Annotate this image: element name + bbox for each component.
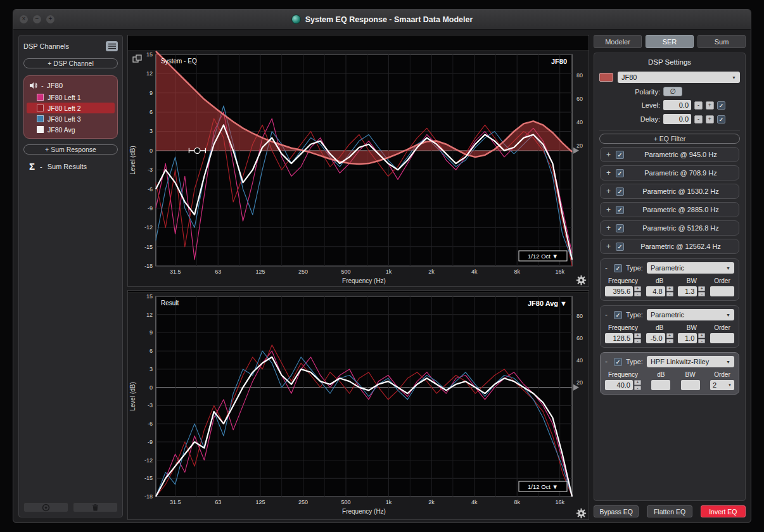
collapse-filter-toggle[interactable]: - [605, 263, 610, 272]
level-enabled-checkbox[interactable]: ✓ [717, 101, 725, 110]
system-eq-chart[interactable]: 15129630-3-6-9-12-15-1831.5631252505001k… [128, 51, 589, 289]
channel-select-dropdown[interactable]: JF80 ▼ [618, 72, 740, 83]
frequency-stepper[interactable]: +- [634, 286, 641, 296]
delete-channel-button[interactable] [73, 502, 118, 512]
title-bar[interactable]: × − + System EQ Response - Smaart Data M… [13, 10, 751, 30]
bandwidth-input[interactable]: 1.3 [678, 286, 697, 296]
frequency-stepper[interactable]: +- [634, 380, 641, 390]
filter-enabled-checkbox[interactable]: ✓ [616, 206, 624, 214]
hamburger-icon [108, 43, 116, 49]
filter-row-12562[interactable]: + ✓ Parametric @ 12562.4 Hz [600, 239, 739, 254]
invert-eq-button[interactable]: Invert EQ [701, 505, 746, 517]
collapse-filter-toggle[interactable]: - [605, 310, 610, 319]
chart-legend[interactable]: JF80 Avg ▼ [528, 300, 567, 307]
filter-type-dropdown[interactable]: Parametric ▼ [647, 309, 734, 320]
system-eq-chart-panel: 15129630-3-6-9-12-15-1831.5631252505001k… [127, 35, 589, 287]
filter-row-2885[interactable]: + ✓ Parametric @ 2885.0 Hz [600, 202, 739, 217]
level-increment-button[interactable]: + [706, 101, 714, 110]
filter-enabled-checkbox[interactable]: ✓ [614, 311, 622, 319]
expand-filter-toggle[interactable]: + [606, 168, 611, 177]
tab-modeler[interactable]: Modeler [594, 35, 642, 48]
filter-card-parametric-128[interactable]: - ✓ Type: Parametric ▼ Frequency 128.5 [600, 305, 739, 348]
level-decrement-button[interactable]: - [694, 101, 703, 110]
add-sum-response-button[interactable]: + Sum Response [23, 144, 118, 155]
bandwidth-stepper[interactable]: +- [698, 286, 705, 296]
bypass-eq-button[interactable]: Bypass EQ [594, 505, 639, 517]
chart-settings-gear-icon[interactable] [576, 275, 587, 286]
filter-row-5126[interactable]: + ✓ Parametric @ 5126.8 Hz [600, 220, 739, 236]
result-chart[interactable]: 15129630-3-6-9-12-15-1831.5631252505001k… [128, 293, 589, 519]
frequency-stepper[interactable]: +- [634, 333, 641, 343]
filter-enabled-checkbox[interactable]: ✓ [616, 224, 624, 232]
collapse-filter-toggle[interactable]: - [605, 357, 610, 366]
expand-filter-toggle[interactable]: + [606, 224, 611, 232]
collapse-group-toggle[interactable]: - [41, 82, 44, 89]
smoothing-selector[interactable]: 1/12 Oct ▼ [519, 251, 567, 261]
level-label: Level: [599, 101, 660, 109]
level-input[interactable]: 0.0 [663, 100, 691, 110]
order-dropdown[interactable]: 2 ▼ [710, 380, 734, 390]
delay-increment-button[interactable]: + [706, 115, 714, 124]
filter-enabled-checkbox[interactable]: ✓ [616, 243, 624, 251]
sum-results-item[interactable]: Σ - Sum Results [23, 161, 118, 172]
channel-group-header[interactable]: - JF80 [27, 79, 115, 92]
y-axis-label: Level (dB) [129, 146, 136, 175]
frequency-input[interactable]: 395.6 [605, 286, 633, 296]
filter-enabled-checkbox[interactable]: ✓ [614, 358, 622, 366]
gain-stepper[interactable]: +- [666, 333, 673, 343]
delay-input[interactable]: 0.0 [663, 114, 691, 124]
filter-row-708[interactable]: + ✓ Parametric @ 708.9 Hz [600, 165, 739, 180]
filter-row-945[interactable]: + ✓ Parametric @ 945.0 Hz [600, 147, 739, 162]
zoom-window-button[interactable]: + [46, 15, 54, 23]
channel-color-swatch[interactable] [599, 73, 613, 82]
expand-filter-toggle[interactable]: + [606, 150, 611, 159]
expand-filter-toggle[interactable]: + [606, 187, 611, 196]
frequency-input[interactable]: 40.0 [605, 380, 633, 390]
cursor-mode-icon[interactable] [132, 54, 142, 66]
gain-stepper[interactable]: +- [666, 286, 673, 296]
minimize-window-button[interactable]: − [33, 15, 41, 23]
svg-text:3: 3 [150, 366, 153, 372]
collapse-sum-toggle[interactable]: - [40, 163, 42, 170]
chart-settings-gear-icon[interactable] [576, 508, 587, 519]
polarity-invert-button[interactable]: ∅ [663, 87, 682, 96]
gain-input[interactable]: 4.8 [646, 286, 665, 296]
gain-input[interactable]: -5.0 [646, 333, 665, 343]
svg-text:500: 500 [341, 269, 351, 275]
tab-ser[interactable]: SER [646, 35, 694, 48]
filter-enabled-checkbox[interactable]: ✓ [614, 264, 622, 272]
frequency-input[interactable]: 128.5 [605, 333, 633, 343]
window-title: System EQ Response - Smaart Data Modeler [291, 15, 473, 24]
filter-enabled-checkbox[interactable]: ✓ [616, 151, 624, 159]
trace-item-jf80-left-3[interactable]: JF80 Left 3 [27, 113, 115, 124]
add-eq-filter-button[interactable]: + EQ Filter [599, 134, 740, 144]
eq-filter-handle[interactable] [194, 148, 200, 153]
channel-group-jf80[interactable]: - JF80 JF80 Left 1 JF80 Left 2 JF80 Left… [23, 75, 118, 139]
eq-footer-buttons: Bypass EQ Flatten EQ Invert EQ [594, 505, 746, 517]
filter-type-dropdown[interactable]: HPF Linkwitz-Riley ▼ [647, 356, 734, 367]
trace-item-jf80-left-1[interactable]: JF80 Left 1 [27, 92, 115, 103]
svg-text:-12: -12 [144, 224, 153, 231]
filter-card-hpf-40[interactable]: - ✓ Type: HPF Linkwitz-Riley ▼ Frequency… [600, 352, 739, 395]
filter-row-1530[interactable]: + ✓ Parametric @ 1530.2 Hz [600, 184, 739, 199]
tab-sum[interactable]: Sum [697, 35, 746, 48]
expand-filter-toggle[interactable]: + [606, 205, 611, 214]
svg-text:40: 40 [576, 119, 583, 125]
bandwidth-input[interactable]: 1.0 [678, 333, 697, 343]
sidebar-menu-button[interactable] [106, 41, 118, 51]
expand-filter-toggle[interactable]: + [606, 242, 611, 251]
smoothing-selector[interactable]: 1/12 Oct ▼ [519, 481, 567, 491]
dim-channel-button[interactable] [23, 502, 68, 512]
filter-enabled-checkbox[interactable]: ✓ [616, 187, 624, 196]
trace-item-jf80-left-2[interactable]: JF80 Left 2 [27, 103, 115, 113]
bandwidth-stepper[interactable]: +- [698, 333, 705, 343]
add-dsp-channel-button[interactable]: + DSP Channel [23, 58, 118, 68]
filter-enabled-checkbox[interactable]: ✓ [616, 169, 624, 177]
filter-type-dropdown[interactable]: Parametric ▼ [647, 262, 734, 274]
trace-item-jf80-avg[interactable]: JF80 Avg [27, 124, 115, 135]
delay-enabled-checkbox[interactable]: ✓ [717, 115, 725, 124]
delay-decrement-button[interactable]: - [694, 115, 703, 124]
filter-card-parametric-395[interactable]: - ✓ Type: Parametric ▼ Frequency 395.6 [600, 258, 739, 301]
flatten-eq-button[interactable]: Flatten EQ [647, 505, 692, 517]
close-window-button[interactable]: × [20, 15, 28, 23]
